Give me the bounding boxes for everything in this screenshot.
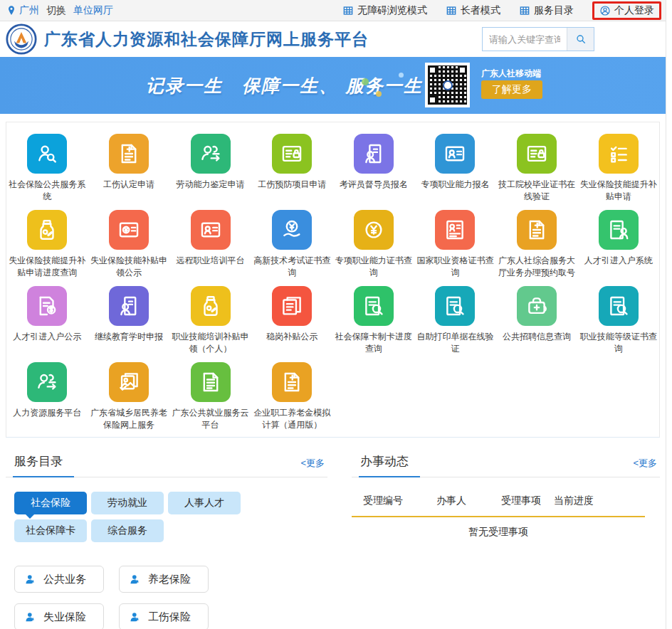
service-item[interactable]: 广东公共就业服务云平台 — [169, 362, 251, 431]
service-item[interactable]: 国家职业资格证书查询 — [414, 210, 496, 279]
catalog-tab[interactable]: 综合服务 — [91, 519, 164, 542]
service-icon — [599, 286, 639, 326]
service-label: 技工院校毕业证书在线验证 — [497, 179, 577, 203]
qr-center-logo — [443, 80, 453, 90]
accessibility-mode-link[interactable]: 无障碍浏览模式 — [342, 4, 427, 17]
service-item[interactable]: 广东省城乡居民养老保险网上服务 — [88, 362, 170, 431]
service-item[interactable]: 人力资源服务平台 — [6, 362, 88, 431]
personal-login-link[interactable]: 个人登录 — [599, 4, 654, 17]
service-glyph-icon — [443, 218, 467, 242]
service-label: 公共招聘信息查询 — [497, 331, 577, 343]
page: 广州 切换 单位网厅 无障碍浏览模式 长者模式 服务目录 个人登录 — [0, 0, 666, 629]
catalog-category-button[interactable]: 公共业务 — [14, 566, 104, 593]
service-item[interactable]: 专项职业能力证书查询 — [333, 210, 415, 279]
catalog-button-label: 工伤保险 — [148, 610, 191, 624]
service-item[interactable]: 职业技能等级证书查询 — [577, 286, 659, 355]
service-item[interactable]: 人才引进入户系统 — [577, 210, 659, 279]
service-icon — [272, 286, 312, 326]
service-glyph-icon — [199, 294, 223, 318]
service-item[interactable]: 企业职工养老金模拟计算（通用版） — [251, 362, 333, 431]
decorative-dot — [376, 91, 382, 97]
service-label: 广东人社综合服务大厅业务办理预约取号 — [497, 255, 577, 279]
catalog-category-button[interactable]: 养老保险 — [119, 566, 209, 593]
switch-city-link[interactable]: 切换 — [46, 4, 66, 17]
service-item[interactable]: 工伤认定申请 — [88, 134, 170, 203]
topbar-left: 广州 切换 单位网厅 — [6, 4, 113, 17]
service-label: 失业保险技能提升补贴申请进度查询 — [7, 255, 87, 279]
service-item[interactable]: 继续教育学时申报 — [88, 286, 170, 355]
catalog-category-button[interactable]: 工伤保险 — [119, 603, 209, 629]
catalog-tab[interactable]: 劳动就业 — [91, 492, 164, 514]
service-item[interactable]: 自助打印单据在线验证 — [414, 286, 496, 355]
service-item[interactable]: 人才引进入户公示 — [6, 286, 88, 355]
service-item[interactable]: 远程职业培训平台 — [169, 210, 251, 279]
catalog-tab[interactable]: 社会保险 — [14, 492, 87, 514]
service-item[interactable]: 失业保险技能补贴申领公示 — [88, 210, 170, 279]
elder-mode-link[interactable]: 长者模式 — [446, 4, 500, 17]
city-selector[interactable]: 广州 — [6, 4, 39, 17]
service-icon — [354, 134, 394, 174]
activity-panel-header: 办事动态 <更多 — [352, 453, 660, 477]
service-item[interactable]: 职业技能培训补贴申领（个人） — [169, 286, 251, 355]
service-icon — [109, 286, 149, 326]
service-label: 工伤认定申请 — [89, 179, 169, 191]
service-item[interactable]: 技工院校毕业证书在线验证 — [496, 134, 578, 203]
service-label: 社会保险公共服务系统 — [7, 179, 87, 203]
service-label: 社会保障卡制卡进度查询 — [334, 331, 414, 355]
activity-empty-message: 暂无受理事项 — [352, 526, 645, 539]
city-label: 广州 — [19, 4, 39, 17]
service-label: 职业技能等级证书查询 — [579, 331, 658, 355]
service-glyph-icon — [607, 218, 631, 242]
service-label: 专项职业能力证书查询 — [334, 255, 414, 279]
service-item[interactable]: 社会保险公共服务系统 — [6, 134, 88, 203]
decorative-dot — [399, 73, 404, 78]
service-item[interactable]: 社会保障卡制卡进度查询 — [333, 286, 415, 355]
search-button[interactable] — [567, 28, 594, 51]
service-item[interactable]: 工伤预防项目申请 — [251, 134, 333, 203]
service-glyph-icon — [117, 294, 141, 318]
service-item[interactable]: 公共招聘信息查询 — [496, 286, 578, 355]
activity-table-header: 受理编号 办事人 受理事项 当前进度 — [352, 495, 645, 517]
service-item[interactable]: 考评员督导员报名 — [333, 134, 415, 203]
grid-icon — [446, 5, 457, 16]
service-glyph-icon — [607, 142, 631, 166]
service-glyph-icon — [117, 370, 141, 394]
catalog-category-button[interactable]: 失业保险 — [14, 603, 104, 629]
catalog-tab[interactable]: 社会保障卡 — [14, 519, 87, 542]
service-label: 广东公共就业服务云平台 — [171, 407, 251, 431]
service-item[interactable]: 稳岗补贴公示 — [251, 286, 333, 355]
unit-portal-link[interactable]: 单位网厅 — [73, 4, 113, 17]
catalog-tab[interactable]: 人事人才 — [168, 492, 241, 514]
service-item[interactable]: 失业保险技能提升补贴申请 — [577, 134, 659, 203]
service-glyph-icon — [280, 142, 304, 166]
service-catalog-link[interactable]: 服务目录 — [519, 4, 574, 17]
service-icon — [109, 210, 149, 250]
service-label: 人力资源服务平台 — [7, 407, 87, 419]
service-item[interactable]: 广东人社综合服务大厅业务办理预约取号 — [496, 210, 578, 279]
service-label: 劳动能力鉴定申请 — [171, 179, 251, 191]
service-label: 人才引进入户公示 — [7, 331, 87, 343]
service-icon — [109, 362, 149, 402]
service-catalog-label: 服务目录 — [534, 4, 574, 17]
service-item[interactable]: 失业保险技能提升补贴申请进度查询 — [6, 210, 88, 279]
qr-finder — [458, 65, 467, 75]
service-label: 国家职业资格证书查询 — [415, 255, 495, 279]
catalog-buttons: 公共业务 养老保险 失业保险 工伤保险 — [14, 566, 327, 629]
activity-column-header: 受理编号 — [352, 495, 414, 507]
service-icon — [27, 286, 67, 326]
service-catalog-panel: 服务目录 <更多 社会保险 劳动就业 人事人才 — [6, 453, 327, 629]
service-icon — [191, 134, 231, 174]
top-utility-bar: 广州 切换 单位网厅 无障碍浏览模式 长者模式 服务目录 个人登录 — [0, 0, 666, 21]
service-item[interactable]: 专项职业能力报名 — [414, 134, 496, 203]
learn-more-button[interactable]: 了解更多 — [481, 80, 542, 99]
service-item[interactable]: 劳动能力鉴定申请 — [169, 134, 251, 203]
service-item[interactable]: 高新技术考试证书查询 — [251, 210, 333, 279]
catalog-more-link[interactable]: <更多 — [300, 457, 325, 470]
service-glyph-icon — [199, 218, 223, 242]
decorative-dot — [362, 78, 369, 85]
search-input[interactable] — [483, 28, 567, 51]
activity-more-link[interactable]: <更多 — [633, 457, 657, 470]
personal-login-label: 个人登录 — [614, 4, 654, 17]
login-annotation-box: 个人登录 — [592, 1, 661, 20]
qr-finder — [428, 95, 437, 105]
